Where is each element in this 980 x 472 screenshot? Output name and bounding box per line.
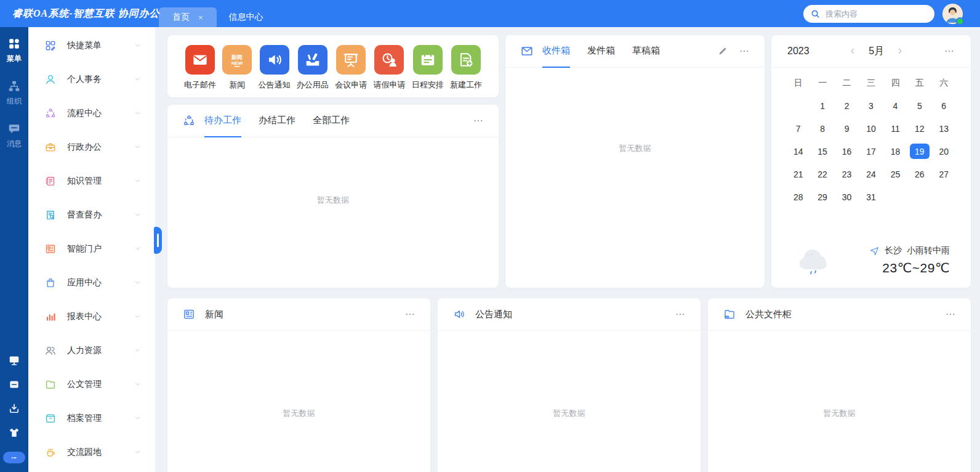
more-icon[interactable]: [944, 46, 955, 57]
calendar-day[interactable]: 30: [835, 185, 859, 208]
calendar-day[interactable]: 23: [835, 163, 859, 185]
card-icon[interactable]: [8, 378, 20, 391]
quick-apps-card: 电子邮件新闻NEW新闻公告通知办公用品会议申请请假申请日程安排新建工作: [167, 35, 499, 97]
calendar-day[interactable]: 20: [932, 140, 956, 163]
calendar-day[interactable]: 13: [932, 117, 956, 140]
app-shortcut-new-work[interactable]: 新建工作: [450, 45, 482, 91]
calendar-day[interactable]: 31: [859, 185, 883, 208]
chevron-down-icon: [134, 177, 142, 185]
sidebar-item-label: 行政办公: [67, 142, 134, 153]
calendar-day[interactable]: 22: [810, 163, 834, 185]
sidebar-item-app-center[interactable]: 应用中心: [28, 266, 155, 299]
calendar-day-header: 四: [883, 71, 907, 94]
sidebar-item-exchange-garden[interactable]: 交流园地: [28, 435, 155, 469]
calendar-day-header: 二: [835, 71, 859, 94]
app-shortcut-email[interactable]: 电子邮件: [184, 45, 216, 91]
mail-tab-2[interactable]: 草稿箱: [632, 35, 660, 68]
more-icon[interactable]: [945, 309, 956, 320]
calendar-day-selected[interactable]: 19: [907, 140, 931, 163]
sidebar-item-label: 个人事务: [67, 74, 134, 85]
app-shortcut-schedule[interactable]: 日程安排: [412, 45, 444, 91]
calendar-day[interactable]: 8: [810, 117, 834, 140]
sidebar-item-smart-portal[interactable]: 智能门户: [28, 232, 155, 266]
rail-toggle-pill[interactable]: [3, 452, 25, 463]
user-avatar[interactable]: [942, 4, 963, 24]
next-month-icon[interactable]: [896, 47, 904, 55]
rail-item-message[interactable]: 消息: [7, 122, 22, 149]
calendar-day[interactable]: 6: [932, 94, 956, 117]
topbar-tab-home[interactable]: 首页×: [159, 7, 217, 27]
calendar-day[interactable]: 5: [907, 94, 931, 117]
app-shortcut-leave-request[interactable]: 请假申请: [373, 45, 405, 91]
calendar-day[interactable]: 21: [786, 163, 810, 185]
more-icon[interactable]: [675, 309, 686, 320]
sidebar-item-personal-affairs[interactable]: 个人事务: [28, 62, 155, 96]
work-tab-0[interactable]: 待办工作: [204, 105, 241, 137]
mail-card-header: 收件箱发件箱草稿箱: [505, 35, 765, 68]
calendar-day[interactable]: 10: [859, 117, 883, 140]
sidebar-item-process-center[interactable]: 流程中心: [28, 96, 155, 130]
calendar-day[interactable]: 26: [907, 163, 931, 185]
sidebar-item-label: 流程中心: [67, 108, 134, 119]
calendar-day[interactable]: 24: [859, 163, 883, 185]
sidebar-item-label: 人力资源: [67, 345, 134, 356]
card-title: 新闻: [205, 309, 223, 320]
work-tab-1[interactable]: 办结工作: [259, 105, 295, 137]
calendar-day[interactable]: 7: [786, 117, 810, 140]
sidebar-item-archive-mgmt[interactable]: 档案管理: [28, 401, 155, 435]
calendar-day[interactable]: 15: [810, 140, 834, 163]
calendar-day[interactable]: 1: [810, 94, 834, 117]
app-shortcut-meeting-request[interactable]: 会议申请: [335, 45, 367, 91]
workflow-icon: [182, 114, 196, 128]
download-icon[interactable]: [8, 402, 20, 415]
compose-icon[interactable]: [718, 46, 728, 56]
topbar-tab-info-center[interactable]: 信息中心: [217, 7, 276, 27]
more-icon[interactable]: [739, 46, 750, 57]
sidebar-item-quick-menu[interactable]: 快捷菜单: [28, 28, 155, 62]
rail-item-menu[interactable]: 菜单: [7, 37, 22, 64]
calendar-day[interactable]: 17: [859, 140, 883, 163]
rail-item-org[interactable]: 组织: [7, 79, 22, 107]
card-title: 公告通知: [475, 309, 512, 320]
sidebar-item-hr[interactable]: 人力资源: [28, 333, 155, 367]
sidebar-item-supervision[interactable]: 督查督办: [28, 198, 155, 232]
calendar-day[interactable]: 18: [883, 140, 907, 163]
calendar-day[interactable]: 14: [786, 140, 810, 163]
app-shortcut-news[interactable]: 新闻NEW新闻: [222, 45, 252, 91]
calendar-day[interactable]: 2: [835, 94, 859, 117]
calendar-day[interactable]: 9: [835, 117, 859, 140]
calendar-day[interactable]: 27: [932, 163, 956, 185]
sidebar-item-document-mgmt[interactable]: 公文管理: [28, 367, 155, 401]
calendar-day[interactable]: 12: [907, 117, 931, 140]
mail-tab-1[interactable]: 发件箱: [587, 35, 615, 68]
search-box[interactable]: [803, 5, 934, 23]
sidebar-item-knowledge-mgmt[interactable]: 知识管理: [28, 164, 155, 198]
mail-tab-0[interactable]: 收件箱: [542, 35, 570, 68]
sidebar-item-admin-office[interactable]: 行政办公: [28, 130, 155, 164]
calendar-day[interactable]: 16: [835, 140, 859, 163]
search-input[interactable]: [825, 9, 921, 18]
calendar-day[interactable]: 4: [883, 94, 907, 117]
weather-condition: 小雨转中雨: [907, 245, 950, 256]
sidebar-item-label: 交流园地: [67, 447, 134, 458]
sidebar-item-report-center[interactable]: 报表中心: [28, 299, 155, 333]
weather-city: 长沙: [885, 245, 902, 256]
sidebar-collapse-handle[interactable]: [154, 227, 162, 254]
more-icon[interactable]: [404, 309, 416, 320]
work-tab-2[interactable]: 全部工作: [313, 105, 350, 137]
tab-close-icon[interactable]: ×: [198, 14, 203, 22]
calendar-day[interactable]: 3: [859, 94, 883, 117]
calendar-day[interactable]: 28: [786, 185, 810, 208]
theme-icon[interactable]: [8, 426, 20, 439]
calendar-day[interactable]: 25: [883, 163, 907, 185]
prev-month-icon[interactable]: [849, 47, 856, 55]
calendar-day[interactable]: 29: [810, 185, 834, 208]
app-shortcut-office-supplies[interactable]: 办公用品: [297, 45, 329, 91]
news-icon: [182, 307, 196, 321]
app-shortcut-announcement[interactable]: 公告通知: [259, 45, 291, 91]
mail-card: 收件箱发件箱草稿箱 暂无数据: [505, 35, 765, 288]
calendar-day[interactable]: 11: [883, 117, 907, 140]
sidebar: 快捷菜单个人事务流程中心行政办公知识管理督查督办智能门户应用中心报表中心人力资源…: [28, 27, 155, 472]
more-icon[interactable]: [473, 115, 484, 126]
monitor-icon[interactable]: [8, 354, 20, 367]
